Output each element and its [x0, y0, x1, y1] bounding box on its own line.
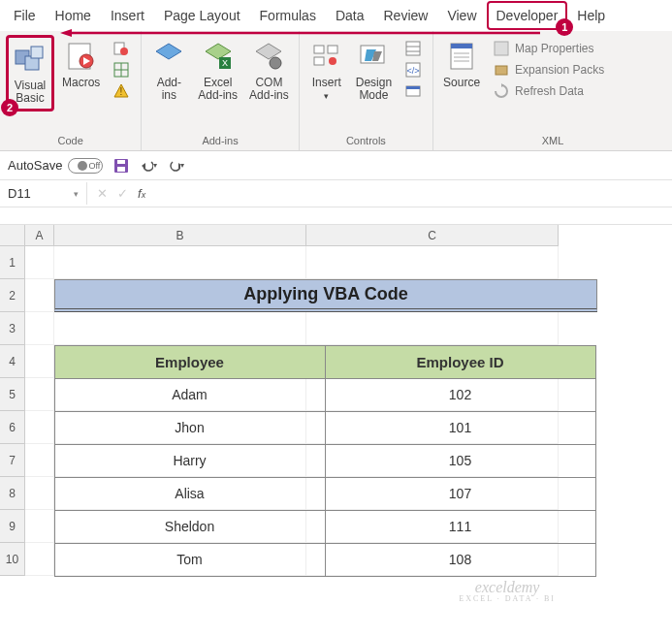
col-header[interactable]: B	[54, 225, 306, 246]
table-cell[interactable]: Adam	[54, 378, 326, 412]
tab-developer[interactable]: Developer 1	[487, 1, 568, 30]
svg-point-9	[120, 48, 128, 55]
table-cell[interactable]: Alisa	[54, 477, 326, 511]
table-cell[interactable]: 111	[325, 510, 596, 544]
expansion-packs-button[interactable]: Expansion Packs	[488, 60, 610, 80]
chevron-down-icon: ▾	[74, 189, 79, 199]
svg-rect-44	[117, 160, 125, 164]
design-mode-label: Design Mode	[356, 77, 392, 102]
cells-area[interactable]: Applying VBA Code Employee Employee ID A…	[25, 246, 672, 576]
table-cell[interactable]: 108	[325, 543, 596, 577]
com-addins-button[interactable]: COM Add-ins	[245, 35, 293, 106]
svg-rect-45	[117, 167, 125, 172]
row-header[interactable]: 3	[0, 312, 25, 345]
col-header[interactable]: A	[25, 225, 54, 246]
data-table: Employee Employee ID Adam102 Jhon101 Har…	[54, 345, 597, 576]
design-mode-button[interactable]: Design Mode	[352, 35, 396, 106]
svg-point-20	[270, 57, 281, 69]
addins-button[interactable]: Add- ins	[147, 35, 190, 106]
svg-rect-40	[495, 42, 508, 55]
table-cell[interactable]: 101	[325, 411, 596, 445]
save-button[interactable]	[112, 157, 130, 175]
cancel-formula-icon[interactable]: ✕	[97, 186, 108, 201]
select-all-corner[interactable]	[0, 225, 25, 246]
quick-access-toolbar: AutoSave Off ▾ ▾	[0, 151, 672, 180]
table-cell[interactable]: Harry	[54, 444, 326, 478]
run-dialog-button[interactable]	[400, 81, 427, 101]
row-header[interactable]: 10	[0, 543, 25, 576]
table-cell[interactable]: 102	[325, 378, 596, 412]
table-cell[interactable]: Jhon	[54, 411, 326, 445]
macros-icon	[64, 39, 99, 74]
insert-controls-icon	[309, 39, 344, 74]
tab-help[interactable]: Help	[567, 1, 615, 30]
source-icon	[444, 39, 479, 74]
insert-control-button[interactable]: Insert▾	[305, 35, 348, 106]
group-xml: Source Map Properties Expansion Packs Re…	[433, 31, 672, 150]
callout-badge-2: 2	[1, 99, 18, 116]
macros-button[interactable]: Macros	[58, 35, 104, 93]
source-button[interactable]: Source	[439, 35, 484, 93]
redo-button[interactable]: ▾	[167, 157, 184, 175]
ribbon-tabs: File Home Insert Page Layout Formulas Da…	[0, 0, 672, 31]
tab-home[interactable]: Home	[46, 1, 101, 30]
visual-basic-label: Visual Basic	[15, 80, 46, 105]
svg-text:</>: </>	[407, 66, 420, 76]
sheet-title: Applying VBA Code	[54, 279, 597, 312]
row-header[interactable]: 9	[0, 510, 25, 543]
refresh-data-button[interactable]: Refresh Data	[488, 81, 610, 101]
tab-view[interactable]: View	[437, 1, 486, 30]
autosave-toggle[interactable]: AutoSave Off	[8, 158, 103, 174]
row-header[interactable]: 7	[0, 444, 25, 477]
properties-icon	[405, 41, 421, 56]
row-header[interactable]: 8	[0, 477, 25, 510]
record-macro-button[interactable]	[108, 39, 135, 58]
undo-button[interactable]: ▾	[140, 157, 157, 175]
svg-rect-28	[406, 42, 420, 55]
tab-page-layout[interactable]: Page Layout	[154, 1, 250, 30]
table-cell[interactable]: 105	[325, 444, 596, 478]
fx-icon[interactable]: fx	[138, 186, 145, 201]
group-code: Visual Basic 2 Macros ! Code	[0, 31, 142, 150]
visual-basic-button[interactable]: Visual Basic 2	[6, 35, 54, 111]
tab-insert[interactable]: Insert	[101, 1, 154, 30]
map-icon	[494, 41, 509, 56]
excel-addins-button[interactable]: X Excel Add-ins	[194, 35, 241, 106]
row-header[interactable]: 4	[0, 345, 25, 378]
formula-bar[interactable]	[155, 190, 672, 198]
view-code-button[interactable]: </>	[400, 60, 427, 80]
row-header[interactable]: 5	[0, 378, 25, 411]
map-properties-button[interactable]: Map Properties	[488, 39, 610, 58]
tab-file[interactable]: File	[4, 1, 46, 30]
col-header[interactable]: C	[306, 225, 559, 246]
worksheet: 1 2 3 4 5 6 7 8 9 10 A B C Applying VBA …	[0, 225, 672, 576]
insert-control-label: Insert▾	[312, 77, 341, 102]
enter-formula-icon[interactable]: ✓	[117, 186, 128, 201]
table-cell[interactable]: Sheldon	[54, 510, 326, 544]
svg-point-24	[329, 57, 336, 65]
properties-button[interactable]	[400, 39, 427, 58]
table-cell[interactable]: 107	[325, 477, 596, 511]
record-icon	[113, 41, 129, 56]
tab-data[interactable]: Data	[326, 1, 374, 30]
name-box[interactable]: D11▾	[0, 182, 87, 205]
group-controls-label: Controls	[305, 133, 427, 148]
com-addins-label: COM Add-ins	[249, 77, 289, 102]
group-addins-label: Add-ins	[147, 133, 292, 148]
refresh-icon	[494, 83, 509, 99]
tab-developer-label: Developer	[496, 8, 559, 23]
source-label: Source	[443, 77, 480, 89]
autosave-label: AutoSave	[8, 158, 62, 173]
table-cell[interactable]: Tom	[54, 543, 326, 577]
design-mode-icon	[356, 39, 391, 74]
row-header[interactable]: 2	[0, 279, 25, 312]
tab-formulas[interactable]: Formulas	[250, 1, 326, 30]
row-header[interactable]: 1	[0, 246, 25, 279]
relative-ref-button[interactable]	[108, 60, 135, 80]
tab-review[interactable]: Review	[374, 1, 438, 30]
macro-security-button[interactable]: !	[108, 81, 135, 101]
autosave-switch[interactable]: Off	[68, 158, 103, 174]
svg-rect-21	[314, 46, 324, 53]
row-header[interactable]: 6	[0, 411, 25, 444]
autosave-state: Off	[89, 161, 101, 171]
